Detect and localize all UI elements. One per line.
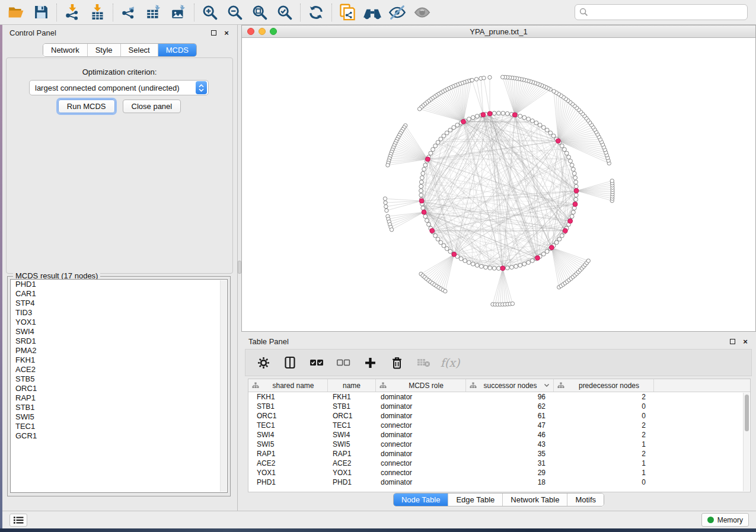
close-panel-button[interactable]: Close panel — [123, 100, 181, 113]
list-item[interactable]: YOX1 — [11, 318, 227, 327]
tab-node-table[interactable]: Node Table — [394, 493, 449, 506]
table-row[interactable]: TEC1TEC1connector472 — [248, 421, 750, 430]
tab-network[interactable]: Network — [43, 44, 88, 56]
zoom-selected-button[interactable] — [272, 1, 297, 24]
network-canvas[interactable] — [242, 38, 755, 331]
search-input[interactable] — [588, 8, 743, 17]
zoom-fit-button[interactable] — [247, 1, 272, 24]
tab-motifs[interactable]: Motifs — [567, 493, 604, 506]
table-cell: 47 — [466, 421, 554, 430]
node-table-body: FKH1FKH1dominator962STB1STB1dominator620… — [248, 392, 750, 487]
optimization-criterion-label: Optimization criterion: — [7, 68, 232, 76]
refresh-button[interactable] — [304, 1, 328, 24]
zoom-out-button[interactable] — [222, 1, 247, 24]
tab-edge-table[interactable]: Edge Table — [448, 493, 503, 506]
table-row[interactable]: RAP1RAP1dominator352 — [248, 449, 750, 459]
list-item[interactable]: GCR1 — [11, 431, 227, 441]
table-row[interactable]: FKH1FKH1dominator962 — [248, 392, 750, 402]
show-all-button[interactable] — [410, 1, 435, 24]
list-item[interactable]: SWI4 — [11, 327, 227, 336]
table-row[interactable]: YOX1YOX1connector291 — [248, 468, 750, 477]
list-item[interactable]: PMA2 — [11, 346, 227, 355]
export-image-icon — [170, 4, 187, 21]
list-item[interactable]: ACE2 — [11, 365, 227, 374]
table-cell: TEC1 — [328, 421, 376, 430]
hide-selected-button[interactable] — [385, 1, 410, 24]
table-cell: connector — [376, 459, 466, 468]
tab-mcds[interactable]: MCDS — [158, 44, 196, 56]
close-panel-icon[interactable]: × — [222, 28, 231, 37]
save-session-button[interactable] — [28, 1, 53, 24]
table-row[interactable]: PHD1PHD1dominator180 — [248, 477, 750, 487]
mcds-result-list[interactable]: PHD1CAR1STP4TID3YOX1SWI4SRD1PMA2FKH1ACE2… — [10, 279, 228, 493]
control-panel-title: Control Panel — [9, 28, 56, 37]
delete-column-button[interactable] — [388, 353, 405, 372]
node-table[interactable]: shared name name MCDS role successor nod… — [248, 379, 751, 492]
table-scrollbar[interactable] — [743, 393, 749, 491]
list-item[interactable]: CAR1 — [11, 289, 227, 299]
column-header-predecessor-nodes[interactable]: predecessor nodes — [554, 379, 654, 392]
export-image-button[interactable] — [166, 1, 191, 24]
table-cell: PHD1 — [328, 477, 376, 487]
table-cell: SWI5 — [328, 440, 376, 449]
toolbar-separator — [194, 4, 194, 21]
result-scrollbar[interactable] — [220, 280, 227, 492]
run-mcds-button[interactable]: Run MCDS — [58, 100, 115, 113]
import-table-button[interactable] — [85, 1, 110, 24]
tab-style[interactable]: Style — [88, 44, 121, 56]
binoculars-button[interactable] — [360, 1, 385, 24]
column-header-mcds-role[interactable]: MCDS role — [376, 379, 466, 392]
network-window-titlebar[interactable]: YPA_prune.txt_1 — [242, 25, 755, 38]
binoculars-icon — [363, 5, 382, 20]
tab-network-table[interactable]: Network Table — [503, 493, 567, 506]
list-item[interactable]: SRD1 — [11, 336, 227, 346]
share-document-icon — [339, 4, 356, 21]
column-header-shared-name[interactable]: shared name — [248, 379, 328, 392]
add-column-button[interactable] — [362, 353, 378, 372]
list-item[interactable]: STB1 — [11, 403, 227, 412]
list-item[interactable]: ORC1 — [11, 384, 227, 393]
list-item[interactable]: TID3 — [11, 308, 227, 318]
deselect-all-button[interactable] — [335, 353, 352, 372]
list-item[interactable]: TEC1 — [11, 422, 227, 431]
memory-button[interactable]: Memory — [701, 513, 749, 527]
table-cell: SWI4 — [328, 430, 376, 440]
table-row[interactable]: ACE2ACE2connector311 — [248, 459, 750, 468]
share-document-button[interactable] — [335, 1, 360, 24]
float-panel-icon[interactable] — [728, 336, 737, 346]
list-item[interactable]: STB5 — [11, 374, 227, 384]
delete-table-icon — [417, 358, 430, 367]
eye-slash-icon — [388, 4, 406, 21]
export-table-button[interactable] — [141, 1, 166, 24]
checked-boxes-icon — [310, 358, 324, 367]
export-network-button[interactable] — [116, 1, 141, 24]
column-header-successor-nodes[interactable]: successor nodes — [466, 379, 554, 392]
search-field[interactable] — [575, 4, 748, 20]
list-item[interactable]: RAP1 — [11, 393, 227, 403]
show-columns-button[interactable] — [282, 353, 298, 372]
column-header-name[interactable]: name — [328, 379, 376, 392]
main-toolbar — [0, 0, 756, 25]
close-panel-icon[interactable]: × — [741, 336, 750, 346]
zoom-in-button[interactable] — [197, 1, 222, 24]
import-network-button[interactable] — [60, 1, 85, 24]
table-cell: SWI4 — [248, 430, 328, 440]
tab-select[interactable]: Select — [121, 44, 158, 56]
table-cell: 35 — [466, 449, 554, 459]
open-session-button[interactable] — [4, 1, 28, 24]
table-row[interactable]: STB1STB1dominator620 — [248, 402, 750, 411]
table-row[interactable]: SWI5SWI5connector431 — [248, 440, 750, 449]
table-cell: YOX1 — [328, 468, 376, 477]
table-row[interactable]: ORC1ORC1dominator610 — [248, 411, 750, 421]
task-history-button[interactable] — [9, 514, 27, 527]
table-scrollbar-thumb[interactable] — [745, 395, 749, 431]
table-row[interactable]: SWI4SWI4dominator462 — [248, 430, 750, 440]
float-panel-icon[interactable] — [209, 28, 218, 37]
list-item[interactable]: PHD1 — [11, 280, 227, 289]
table-settings-button[interactable] — [255, 353, 272, 372]
list-item[interactable]: FKH1 — [11, 355, 227, 365]
list-item[interactable]: STP4 — [11, 299, 227, 308]
criterion-select[interactable]: largest connected component (undirected) — [29, 80, 209, 95]
select-all-button[interactable] — [308, 353, 325, 372]
list-item[interactable]: SWI5 — [11, 412, 227, 422]
